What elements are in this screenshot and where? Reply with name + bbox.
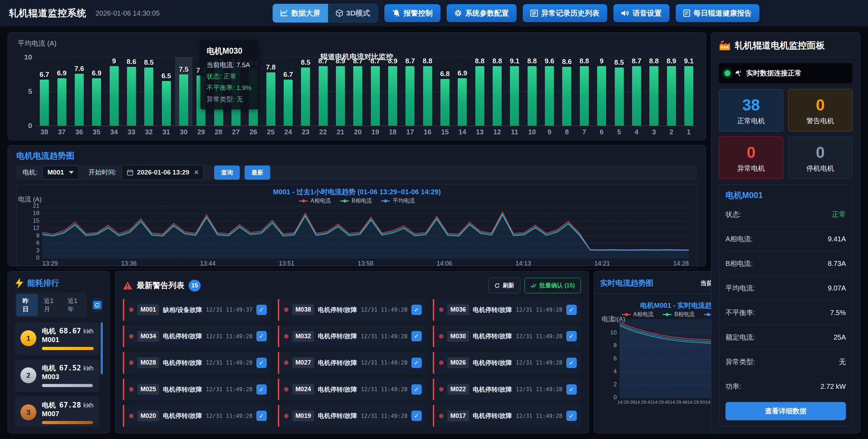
nav-button-每日辊道健康报告[interactable]: 每日辊道健康报告: [676, 4, 759, 22]
legend-item[interactable]: A相电流: [622, 311, 654, 318]
batch-confirm-button[interactable]: 批量确认 (15): [524, 278, 581, 293]
energy-value: 67.52kWh: [59, 364, 94, 372]
bar: [684, 66, 693, 126]
bar-slot-15[interactable]: 6.8: [436, 57, 454, 126]
confirm-alert-button[interactable]: ✓: [566, 305, 577, 315]
legend-item[interactable]: A相电流: [299, 197, 331, 205]
query-button[interactable]: 查询: [214, 165, 240, 180]
bar-slot-7[interactable]: 8.8: [576, 57, 593, 126]
confirm-alert-button[interactable]: ✓: [411, 305, 422, 315]
alert-text: 电机停转/故障: [473, 412, 512, 420]
bar-slot-6[interactable]: 9: [593, 57, 610, 126]
confirm-alert-button[interactable]: ✓: [566, 411, 577, 421]
bottom-row: 能耗排行 昨日近1月近1年 1电机M00168.67kWh2电机M00367.5…: [8, 271, 706, 433]
nav-button-语音设置[interactable]: 语音设置: [613, 4, 669, 22]
nav-button-报警控制[interactable]: 报警控制: [384, 4, 440, 22]
nav-button-系统参数配置[interactable]: 系统参数配置: [447, 4, 517, 22]
detail-row: 不平衡率:7.5%: [725, 301, 846, 325]
bar-slot-34[interactable]: 9: [105, 57, 122, 126]
bar-slot-35[interactable]: 6.9: [88, 57, 105, 126]
mode-tab-数据大屏[interactable]: 数据大屏: [273, 4, 328, 23]
energy-tab-近1月[interactable]: 近1月: [38, 294, 62, 316]
bar: [405, 66, 414, 126]
confirm-alert-button[interactable]: ✓: [256, 384, 267, 395]
mode-tab-3D模式[interactable]: 3D模式: [328, 4, 378, 23]
bar-slot-24[interactable]: 6.7: [280, 57, 297, 126]
confirm-alert-button[interactable]: ✓: [256, 358, 267, 368]
bar-slot-12[interactable]: 8.8: [488, 57, 506, 126]
bar-slot-33[interactable]: 8.6: [123, 57, 140, 126]
bar-slot-11[interactable]: 9.1: [506, 57, 523, 126]
bar-x-label: 34: [105, 128, 122, 136]
trend-controls: 电机: M001 开始时间: 2026-01-06 13:29 × 查询 最新: [16, 165, 697, 180]
bar-slot-13[interactable]: 8.8: [471, 57, 488, 126]
bar-slot-32[interactable]: 8.5: [140, 57, 157, 126]
bar-slot-1[interactable]: 9.1: [680, 57, 697, 126]
confirm-alert-button[interactable]: ✓: [256, 411, 267, 421]
confirm-alert-button[interactable]: ✓: [256, 305, 267, 315]
bar-slot-37[interactable]: 6.9: [53, 57, 70, 126]
bar-slot-10[interactable]: 8.8: [523, 57, 541, 126]
bar-x-label: 1: [680, 128, 697, 136]
bar-slot-16[interactable]: 8.8: [419, 57, 436, 126]
list-icon: [530, 10, 538, 17]
confirm-alert-button[interactable]: ✓: [566, 384, 577, 395]
bar-slot-14[interactable]: 6.9: [454, 57, 471, 126]
bar-slot-22[interactable]: 8.7: [314, 57, 332, 126]
bar-slot-23[interactable]: 8.5: [297, 57, 314, 126]
bar: [597, 66, 606, 126]
bar-slot-18[interactable]: 8.9: [384, 57, 401, 126]
detail-value: 无: [839, 357, 846, 367]
alert-item-M038: M038电机停转/故障12/31 11:49:28✓: [278, 299, 426, 321]
bar-x-label: 26: [245, 128, 262, 136]
confirm-alert-button[interactable]: ✓: [566, 331, 577, 341]
clear-date-icon[interactable]: ×: [194, 168, 199, 177]
latest-button[interactable]: 最新: [245, 165, 270, 180]
bar-chart-y-axis-label: 平均电流 (A): [18, 39, 697, 48]
bar-slot-2[interactable]: 8.9: [663, 57, 680, 126]
bar-slot-9[interactable]: 9.6: [541, 57, 558, 126]
energy-tab-昨日[interactable]: 昨日: [16, 294, 38, 316]
progress-fill: [42, 347, 94, 350]
bar-slot-17[interactable]: 8.7: [401, 57, 419, 126]
bar-slot-20[interactable]: 8.7: [349, 57, 366, 126]
legend-item[interactable]: B相电流: [340, 197, 372, 205]
bar-slot-3[interactable]: 8.8: [645, 57, 663, 126]
energy-scrollbar[interactable]: [101, 322, 103, 374]
tooltip-row: 异常类型: 无: [207, 95, 252, 104]
view-details-button[interactable]: 查看详细数据: [725, 402, 846, 420]
legend-item[interactable]: 平均电流: [381, 197, 415, 205]
confirm-alert-button[interactable]: ✓: [411, 331, 422, 341]
bar-x-label: 10: [523, 128, 541, 136]
nav-button-异常记录历史列表[interactable]: 异常记录历史列表: [523, 4, 607, 22]
motor-select[interactable]: M001: [42, 165, 79, 179]
energy-tab-近1年[interactable]: 近1年: [62, 294, 85, 316]
energy-refresh-button[interactable]: [92, 298, 103, 312]
bar-slot-36[interactable]: 7.6: [71, 57, 88, 126]
bar: [92, 78, 101, 126]
bar-slot-4[interactable]: 8.7: [628, 57, 645, 126]
confirm-alert-button[interactable]: ✓: [566, 358, 577, 368]
legend-item[interactable]: B相电流: [663, 311, 695, 318]
bar-slot-19[interactable]: 8.7: [367, 57, 384, 126]
bar-slot-21[interactable]: 8.9: [332, 57, 349, 126]
bar-slot-31[interactable]: 6.5: [157, 57, 175, 126]
refresh-alerts-button[interactable]: 刷新: [488, 278, 520, 293]
y-tick: 6: [613, 355, 616, 362]
y-tick: 8: [613, 342, 616, 349]
bar: [458, 78, 467, 126]
bar-slot-38[interactable]: 6.7: [36, 57, 53, 126]
bar-slot-30[interactable]: 7.5: [175, 57, 192, 126]
bar-slot-8[interactable]: 8.6: [558, 57, 575, 126]
confirm-alert-button[interactable]: ✓: [256, 331, 267, 341]
bar-slot-25[interactable]: 7.8: [262, 57, 279, 126]
confirm-alert-button[interactable]: ✓: [411, 384, 422, 395]
confirm-alert-button[interactable]: ✓: [411, 358, 422, 368]
start-time-input[interactable]: 2026-01-06 13:29 ×: [121, 165, 204, 180]
rank-badge: 1: [20, 330, 36, 346]
bar-value-label: 8.5: [144, 59, 154, 66]
alert-item-M019: M019电机停转/故障12/31 11:49:28✓: [278, 405, 426, 427]
confirm-alert-button[interactable]: ✓: [411, 411, 422, 421]
detail-row: 状态:正常: [725, 202, 846, 227]
bar-slot-5[interactable]: 8.5: [610, 57, 628, 126]
